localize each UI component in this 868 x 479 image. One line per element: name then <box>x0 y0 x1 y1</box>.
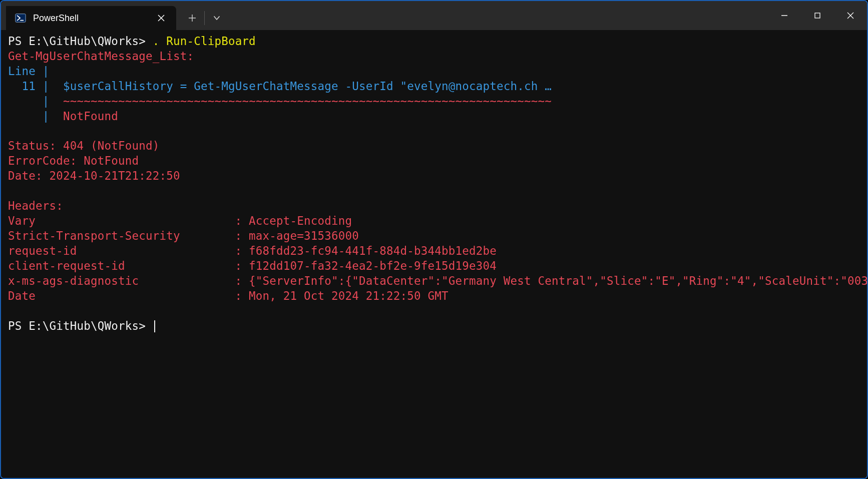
header-diagnostic: x-ms-ags-diagnostic : {"ServerInfo":{"Da… <box>8 274 867 287</box>
new-tab-button[interactable] <box>180 6 204 30</box>
titlebar[interactable]: PowerShell <box>1 1 867 30</box>
window-controls <box>768 1 867 30</box>
error-message: NotFound <box>63 110 118 123</box>
line-number: 11 | <box>8 80 63 93</box>
error-function: Get-MgUserChatMessage_List: <box>8 50 194 63</box>
maximize-button[interactable] <box>801 1 834 30</box>
cursor <box>154 320 155 332</box>
close-button[interactable] <box>834 1 867 30</box>
prompt-prefix: PS E:\GitHub\QWorks> <box>8 319 153 332</box>
error-date: Date: 2024-10-21T21:22:50 <box>8 169 180 182</box>
svg-rect-3 <box>815 13 820 18</box>
error-code: ErrorCode: NotFound <box>8 154 139 167</box>
header-date: Date : Mon, 21 Oct 2024 21:22:50 GMT <box>8 289 449 302</box>
terminal-output[interactable]: PS E:\GitHub\QWorks> . Run-ClipBoard Get… <box>1 30 867 478</box>
headers-label: Headers: <box>8 199 63 212</box>
powershell-icon <box>15 13 26 24</box>
tab-dropdown-button[interactable] <box>205 6 229 30</box>
prompt-command: . Run-ClipBoard <box>153 35 256 48</box>
tab-controls <box>180 6 229 30</box>
header-vary: Vary : Accept-Encoding <box>8 214 352 227</box>
terminal-window: PowerShell PS E:\Gi <box>1 1 867 478</box>
tab-close-button[interactable] <box>154 11 168 25</box>
line-pipe: | <box>8 95 63 108</box>
header-sts: Strict-Transport-Security : max-age=3153… <box>8 229 359 242</box>
minimize-button[interactable] <box>768 1 801 30</box>
error-code-line: $userCallHistory = Get-MgUserChatMessage… <box>63 80 552 93</box>
line-pipe: | <box>8 110 63 123</box>
tab-powershell[interactable]: PowerShell <box>6 6 176 30</box>
line-header: Line | <box>8 65 49 78</box>
error-status: Status: 404 (NotFound) <box>8 139 159 152</box>
header-client-request-id: client-request-id : f12dd107-fa32-4ea2-b… <box>8 259 497 272</box>
prompt-prefix: PS E:\GitHub\QWorks> <box>8 35 153 48</box>
tab-title: PowerShell <box>33 13 147 24</box>
titlebar-drag-area[interactable] <box>229 1 768 30</box>
header-request-id: request-id : f68fdd23-fc94-441f-884d-b34… <box>8 244 497 257</box>
error-underline: ~~~~~~~~~~~~~~~~~~~~~~~~~~~~~~~~~~~~~~~~… <box>63 95 552 108</box>
